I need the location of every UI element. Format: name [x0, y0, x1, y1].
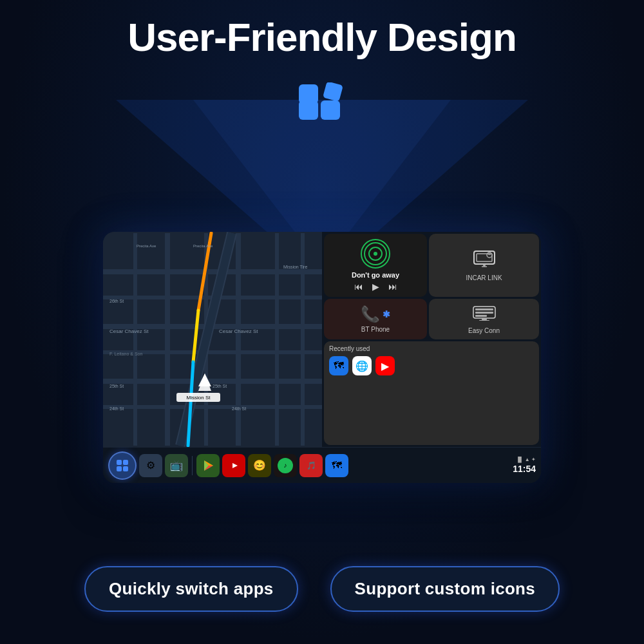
- app-grid-icon-container: [296, 82, 348, 134]
- recent-app-youtube[interactable]: ▶: [375, 356, 395, 375]
- spotify-card[interactable]: Don't go away ⏮ ▶ ⏭: [324, 234, 427, 297]
- spotify-icon: [361, 239, 390, 269]
- recently-used-icons: 🗺 🌐 ▶: [329, 356, 534, 375]
- screen-device: Mission St Cesar Chavez St Cesar Chavez …: [103, 232, 541, 483]
- app-grid-icon: [296, 82, 348, 131]
- taskbar-emoji-app[interactable]: 😊: [248, 454, 271, 477]
- quickly-switch-apps-badge: Quickly switch apps: [84, 566, 298, 612]
- taskbar-screen-app[interactable]: 📺: [165, 454, 188, 477]
- svg-rect-2: [299, 84, 318, 104]
- svg-text:Precita Ave: Precita Ave: [137, 244, 156, 248]
- svg-rect-46: [482, 318, 487, 320]
- incar-link-label: INCAR LINK: [466, 274, 502, 281]
- taskbar-time: ▐▌ ▲ ✦ 11:54: [513, 457, 536, 474]
- svg-rect-3: [323, 82, 343, 102]
- taskbar-play-store-app[interactable]: [196, 454, 220, 477]
- taskbar-maps-app[interactable]: 🗺: [325, 454, 348, 477]
- svg-rect-47: [479, 320, 489, 321]
- svg-text:Precita Ave: Precita Ave: [193, 244, 213, 248]
- recent-app-waze[interactable]: 🗺: [329, 356, 348, 375]
- status-icons: ▐▌ ▲ ✦: [516, 457, 536, 462]
- prev-button[interactable]: ⏮: [354, 281, 363, 292]
- svg-text:Mission Tire: Mission Tire: [283, 265, 307, 269]
- recent-app-chrome[interactable]: 🌐: [352, 356, 372, 375]
- easy-conn-card[interactable]: Easy Conn: [429, 299, 539, 339]
- map-svg: Mission St Cesar Chavez St Cesar Chavez …: [103, 232, 322, 447]
- spotify-controls: ⏮ ▶ ⏭: [354, 281, 397, 292]
- svg-text:26th St: 26th St: [109, 299, 124, 303]
- bt-phone-icon: 📞 ✱: [361, 305, 390, 323]
- svg-rect-1: [321, 100, 340, 120]
- incar-link-icon: [473, 250, 496, 272]
- support-custom-icons-badge: Support custom icons: [330, 566, 560, 612]
- bt-phone-label: BT Phone: [361, 326, 390, 333]
- right-top-row: Don't go away ⏮ ▶ ⏭: [324, 234, 539, 297]
- svg-text:Cesar Chavez St: Cesar Chavez St: [219, 328, 258, 334]
- svg-rect-50: [117, 466, 122, 471]
- svg-text:Mission St: Mission St: [187, 395, 211, 401]
- taskbar-music-app[interactable]: 🎵: [299, 454, 323, 477]
- bt-phone-card[interactable]: 📞 ✱ BT Phone: [324, 299, 427, 339]
- easy-conn-icon: [473, 304, 496, 325]
- grid-icon: [115, 459, 129, 473]
- svg-text:F. Leitano & Son: F. Leitano & Son: [109, 352, 142, 356]
- svg-text:25th St: 25th St: [213, 384, 227, 388]
- play-button[interactable]: ▶: [372, 281, 379, 292]
- easy-conn-label: Easy Conn: [468, 327, 500, 334]
- taskbar-divider: [192, 456, 193, 475]
- screen-content: Mission St Cesar Chavez St Cesar Chavez …: [103, 232, 541, 447]
- taskbar-spotify-app[interactable]: ♪: [274, 454, 297, 477]
- screen-inner: Mission St Cesar Chavez St Cesar Chavez …: [103, 232, 541, 483]
- svg-point-41: [487, 252, 492, 258]
- svg-text:24th St: 24th St: [232, 406, 246, 411]
- svg-rect-48: [117, 460, 122, 465]
- svg-rect-44: [475, 312, 493, 314]
- taskbar: ⚙ 📺 😊 ♪ 🎵: [103, 447, 541, 483]
- next-button[interactable]: ⏭: [388, 281, 397, 292]
- taskbar-youtube-app[interactable]: [222, 454, 245, 477]
- taskbar-home-button[interactable]: [108, 451, 137, 480]
- right-panel: Don't go away ⏮ ▶ ⏭: [322, 232, 541, 447]
- svg-rect-49: [123, 460, 128, 465]
- svg-rect-51: [123, 466, 128, 471]
- svg-rect-45: [475, 315, 487, 317]
- feature-badges: Quickly switch apps Support custom icons: [0, 566, 644, 612]
- svg-text:Cesar Chavez St: Cesar Chavez St: [109, 328, 149, 334]
- svg-text:25th St: 25th St: [109, 384, 124, 388]
- spotify-track-name: Don't go away: [352, 271, 399, 279]
- incar-link-card[interactable]: INCAR LINK: [429, 234, 539, 297]
- right-mid-row: 📞 ✱ BT Phone: [324, 299, 539, 339]
- taskbar-settings-app[interactable]: ⚙: [139, 454, 162, 477]
- svg-text:24th St: 24th St: [109, 406, 124, 411]
- svg-rect-43: [475, 308, 493, 310]
- page-title: User-Friendly Design: [0, 14, 644, 60]
- recently-used-card: Recently used 🗺 🌐 ▶: [324, 341, 539, 445]
- recently-used-label: Recently used: [329, 345, 534, 352]
- map-area: Mission St Cesar Chavez St Cesar Chavez …: [103, 232, 322, 447]
- clock-display: 11:54: [513, 464, 536, 474]
